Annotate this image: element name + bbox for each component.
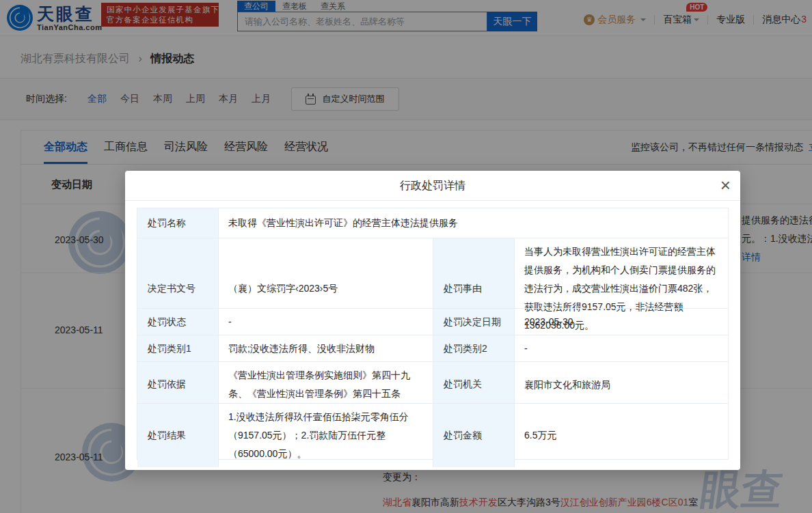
field-label: 处罚决定日期: [433, 308, 515, 335]
field-label: 处罚结果: [137, 403, 219, 467]
modal-title: 行政处罚详情: [125, 171, 740, 201]
field-label: 处罚依据: [137, 361, 219, 407]
close-icon[interactable]: ×: [720, 174, 731, 197]
field-value: -: [515, 335, 729, 362]
penalty-detail-modal: 行政处罚详情 × 处罚名称 未取得《营业性演出许可证》的经营主体违法提供服务 决…: [125, 171, 740, 470]
page: 天眼查 TianYanCha.com 国家中小企业发展子基金旗下 官方备案企业征…: [0, 0, 812, 513]
field-value: 襄阳市文化和旅游局: [515, 361, 729, 407]
field-value: 2023-05-30: [515, 308, 729, 335]
penalty-table: 处罚名称 未取得《营业性演出许可证》的经营主体违法提供服务 决定书文号 （襄）文…: [137, 208, 729, 460]
field-label: 处罚类别2: [433, 335, 515, 362]
field-label: 处罚金额: [433, 403, 515, 467]
field-value: 未取得《营业性演出许可证》的经营主体违法提供服务: [219, 208, 729, 238]
field-label: 处罚机关: [433, 361, 515, 407]
field-value: -: [219, 308, 433, 335]
field-value: 罚款;没收违法所得、没收非法财物: [219, 335, 433, 362]
field-label: 处罚名称: [137, 208, 219, 238]
field-value: 1.没收违法所得玖仟壹佰伍拾柒元零角伍分（9157.05元）；2.罚款陆万伍仟元…: [219, 403, 433, 467]
field-value: 6.5万元: [515, 403, 729, 467]
field-label: 处罚类别1: [137, 335, 219, 362]
field-label: 处罚状态: [137, 308, 219, 335]
field-value: 《营业性演出管理条例实施细则》第四十九条、《营业性演出管理条例》第四十五条: [219, 361, 433, 407]
